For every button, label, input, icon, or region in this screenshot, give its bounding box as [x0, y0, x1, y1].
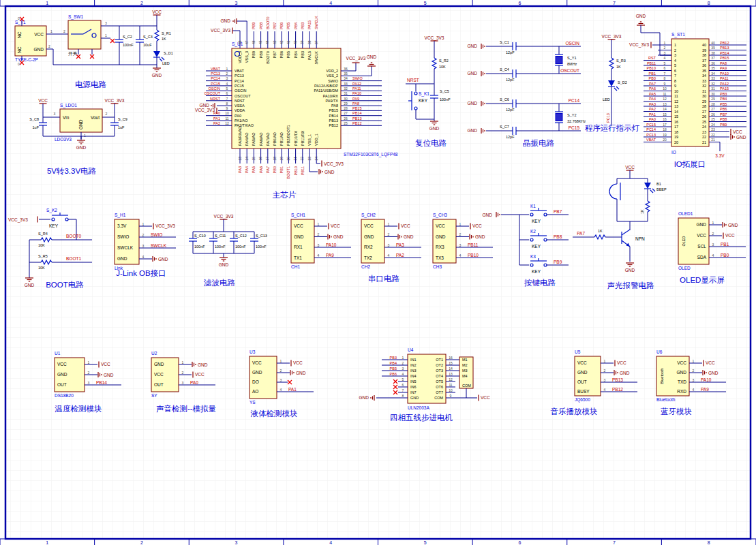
power-net-label: VCC — [733, 129, 742, 134]
pins-label: 10uF — [143, 43, 152, 47]
pins-label: 100nF — [215, 245, 226, 249]
pin-number: 2 — [459, 232, 462, 236]
pin-number-inside: 23 — [702, 130, 706, 134]
pin-name: PB3 — [301, 51, 305, 58]
net-label: PA0 — [649, 117, 656, 121]
net-label: SWIO — [352, 76, 363, 80]
pin-number-inside: 35 — [702, 69, 706, 73]
pin-number: 19 — [663, 133, 667, 137]
net-label: PB1 — [649, 72, 656, 76]
power-flag-vcc: VCC — [625, 165, 635, 170]
power-net-label: VCC_3V3 — [155, 223, 175, 229]
pin-name: GND — [117, 256, 127, 261]
pin-name: PA7/AO — [266, 132, 270, 146]
power-flag-gnd: GND — [468, 128, 478, 133]
net-label: SWIO — [151, 232, 162, 237]
net-label: OSCOUT — [560, 68, 579, 73]
pin-number: 15 — [663, 112, 667, 116]
circuit-caption: BOOT电路 — [46, 281, 84, 289]
pin-name: OSCOUT — [235, 94, 251, 98]
pins-label: 12pF — [506, 135, 515, 139]
schematic-canvas[interactable]: 1122334455667788VCCS_T1VCCGNDNCNC00TYPE-… — [0, 0, 756, 545]
net-label: PA2 — [396, 253, 404, 258]
component-title: U6 — [656, 349, 663, 354]
power-net-label: VCC — [195, 372, 205, 377]
pin-number: 28 — [344, 106, 348, 110]
net-label: PA1 — [649, 112, 656, 116]
pin-name: VCC — [294, 223, 303, 228]
pin-number: 1 — [280, 359, 282, 363]
pins-label: S_C7 — [500, 125, 509, 129]
component-designator: Bluetooth — [656, 397, 676, 402]
component-title: B1 — [656, 182, 661, 186]
power-net-label: VCC_3V3 — [195, 108, 215, 113]
pin-name: M4 — [462, 374, 468, 378]
pin-number-inside: 12 — [674, 99, 678, 104]
circuit-caption: 5V转3.3V电路 — [47, 167, 97, 175]
mcu-part-number: STM32F103C8T6_LQFP48 — [344, 152, 398, 157]
pin-number: 2 — [712, 232, 714, 236]
pin-number-inside: 18 — [674, 130, 678, 134]
power-flag-gnd: GND — [636, 14, 646, 18]
pin-number-inside: 31 — [702, 89, 706, 93]
pin-number: 32 — [711, 82, 715, 86]
pin-name: BOOT0 — [266, 51, 270, 64]
pin-number: 4 — [318, 253, 320, 258]
pin-name: RX3 — [436, 245, 444, 249]
net-label: PB14 — [352, 111, 361, 115]
pin-number-inside: 11 — [674, 94, 678, 98]
pins-label: S_C10 — [194, 234, 206, 238]
pin-name: PA9/TX — [325, 99, 338, 103]
component-vertical-label: Bluetooth — [660, 368, 664, 384]
component-designator: CH3 — [433, 264, 442, 269]
pin-name: SWCLK — [117, 245, 134, 250]
component-designator: OLED — [678, 266, 691, 270]
pin-name: GND — [252, 370, 262, 375]
pin-number: 9 — [226, 106, 228, 110]
power-net-label: GND — [104, 373, 114, 377]
net-label: PB6 — [279, 22, 284, 29]
schematic-sheet: 1122334455667788VCCS_T1VCCGNDNCNC00TYPE-… — [0, 0, 756, 545]
pins-label: S_Y1 — [567, 56, 576, 60]
pin-number: 39 — [711, 46, 715, 50]
pin-number: 3 — [388, 243, 390, 247]
crystal-symbol[interactable] — [556, 114, 562, 121]
pins-label: S_D1 — [164, 51, 173, 55]
pin-number: 29 — [344, 102, 348, 106]
pin-number: 11 — [225, 116, 228, 121]
pin-name: VDD_2 — [326, 69, 338, 73]
net-label: PC13 — [606, 113, 610, 123]
net-label: PC14 — [211, 76, 220, 80]
pin-name: PB15 — [329, 108, 338, 112]
power-flag-gnd: GND — [468, 44, 478, 48]
net-label: PB15 — [720, 56, 729, 60]
pin-number: 3 — [712, 243, 714, 247]
crystal-symbol[interactable] — [556, 57, 562, 64]
pin-name: SDA — [697, 255, 707, 260]
net-label: PA12 — [352, 82, 361, 86]
pins-label: S_C5 — [440, 89, 449, 93]
power-flag-vcc: VCC — [152, 10, 162, 14]
net-label: PB10 — [294, 166, 298, 175]
net-label: PA10 — [720, 72, 729, 76]
pin-name: OT1 — [436, 358, 443, 362]
pins-label: S_C9 — [118, 117, 127, 121]
net-label: PB7 — [273, 22, 277, 29]
circuit-caption: 主芯片 — [273, 191, 297, 199]
net-label: PA11 — [352, 87, 361, 91]
circuit-caption: IO拓展口 — [674, 160, 706, 168]
pin-number: 42 — [279, 40, 284, 44]
component-designator: TYPE-C-2P — [15, 57, 38, 62]
pin-name: TX2 — [364, 255, 372, 260]
pin-number: 2 — [388, 232, 390, 236]
pin-number: 8 — [402, 394, 404, 398]
pin-number: 3 — [105, 21, 107, 25]
pin-number: 30 — [344, 97, 348, 101]
pinnum-label: 0 — [18, 62, 20, 66]
pin-name: GND — [294, 234, 304, 239]
power-net-label: VCC_3V3 — [324, 161, 344, 167]
pin-name: Vout — [91, 115, 100, 120]
pin-number: 28 — [711, 102, 715, 106]
pins-label: S_R1 — [162, 31, 171, 35]
pin-number-inside: 6 — [674, 69, 676, 73]
